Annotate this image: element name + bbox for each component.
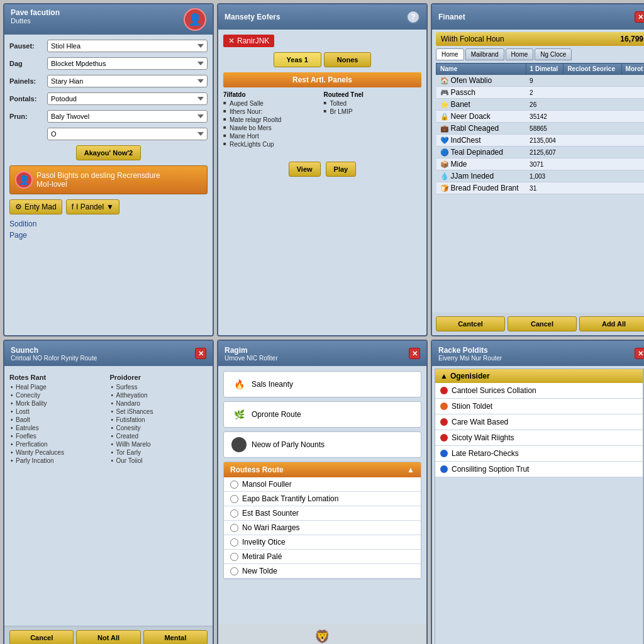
row-morot	[621, 147, 644, 158]
route-scroll[interactable]: Mansol Fouller Eapo Back Trantify Lomati…	[224, 477, 421, 579]
finanet-close-button[interactable]: ✕	[635, 11, 644, 23]
panel2-title: Mansety Eofers	[225, 13, 280, 21]
route-radio[interactable]	[230, 509, 238, 518]
ragim-item-1[interactable]: 🌿 Opronte Route	[223, 401, 421, 428]
enty-mad-button[interactable]: ⚙ Enty Mad	[9, 199, 62, 214]
racke-item[interactable]: Consiliting Soption Trut	[435, 462, 643, 477]
select-pauset[interactable]: Stiol Hlea	[47, 40, 208, 52]
cancel-footer-button[interactable]: Cancel	[9, 630, 74, 644]
racke-item[interactable]: Cantoel Surices Collation	[435, 383, 643, 399]
fin-tab-3[interactable]: Ng Cloce	[535, 48, 572, 60]
cancel-row: ✕ RanirJNK	[223, 35, 421, 47]
racke-item-text: Cantoel Surices Collation	[452, 386, 536, 395]
enty-label: Enty Mad	[25, 203, 57, 211]
select-extra[interactable]: O	[47, 128, 208, 140]
cancel-button[interactable]: Cancel	[508, 316, 577, 331]
select-dag[interactable]: Blocket Mpdethus	[47, 57, 208, 70]
tab-yeas[interactable]: Yeas 1	[274, 52, 321, 67]
col2-header: Proidorer	[110, 374, 208, 381]
not-all-button[interactable]: Not All	[76, 630, 140, 644]
table-row[interactable]: 🍞 Bread Fouded Brant 31	[436, 182, 645, 194]
route-item[interactable]: Est Bast Sounter	[224, 506, 421, 521]
ragim-item-2[interactable]: Neow of Parly Nounts	[223, 431, 421, 458]
route-item[interactable]: Invelity Otice	[224, 535, 421, 550]
row-name: 🎮 Passch	[436, 87, 526, 99]
route-item[interactable]: New Tolde	[224, 564, 421, 579]
list-item-c2-3: Set iShances	[110, 408, 208, 415]
row-val: 58865	[526, 123, 564, 135]
row-name-text: JJam Ineded	[451, 172, 494, 180]
panel5-body: 🔥 Sals Ineanty 🌿 Opronte Route Neow of P…	[218, 366, 426, 624]
row-icon: 💙	[440, 136, 449, 145]
akayou-button[interactable]: Akayou' Now'2	[76, 145, 141, 160]
panel4-header: Suunch Crirtoal NO Rofor Rynity Route ✕	[4, 341, 213, 366]
row-name: 🏠 Ofen Wablio	[436, 75, 526, 87]
fin-tab-0[interactable]: Home	[436, 48, 464, 60]
tab-nones[interactable]: Nones	[324, 52, 372, 67]
route-item[interactable]: Eapo Back Trantify Lomation	[224, 492, 421, 506]
cantcel-button[interactable]: Cantcel	[436, 316, 505, 331]
table-row[interactable]: 💼 Rabl Cheaged 58865	[436, 123, 645, 135]
ragim-text-0: Sals Ineanty	[252, 380, 293, 389]
route-radio[interactable]	[230, 553, 238, 561]
racke-item[interactable]: Late Retaro-Checks	[435, 446, 643, 462]
fin-btn-bar: Cantcel Cancel Add All	[432, 313, 644, 335]
ragim-item-0[interactable]: 🔥 Sals Ineanty	[223, 371, 421, 397]
ragim-close-button[interactable]: ✕	[409, 348, 420, 359]
table-row[interactable]: 🎮 Passch 2	[436, 87, 645, 99]
footer-link-sodition[interactable]: Sodition	[9, 219, 208, 228]
table-row[interactable]: ⭐ Banet 26	[436, 99, 645, 111]
add-all-button[interactable]: Add All	[579, 316, 644, 331]
fin-tab-2[interactable]: Home	[506, 48, 534, 60]
row-name: 🔵 Teal Depinaded	[436, 147, 526, 158]
table-row[interactable]: 🔒 Neer Doack 35142	[436, 111, 645, 123]
racke-close-button[interactable]: ✕	[635, 348, 644, 359]
row-val: 2125,607	[526, 147, 564, 158]
fin-tab-1[interactable]: Mailbrand	[465, 48, 504, 60]
table-row[interactable]: 🏠 Ofen Wablio 9	[436, 75, 645, 87]
play-button[interactable]: Play	[326, 162, 357, 177]
route-radio[interactable]	[230, 495, 238, 503]
row-name-text: Bread Fouded Brant	[451, 184, 519, 192]
info-text: Pasol Bights on desling Recrensdure	[36, 171, 160, 180]
racke-item[interactable]: Care Wait Based	[435, 414, 643, 430]
mental-button[interactable]: Mental	[143, 630, 208, 644]
list-item-1: Conecity	[9, 392, 108, 399]
panel3-header: Finanet ✕	[432, 4, 644, 30]
route-radio[interactable]	[230, 524, 238, 532]
route-scroll-arrow-up[interactable]: ▲	[407, 465, 414, 474]
suunch-close-button[interactable]: ✕	[195, 348, 206, 359]
select-pontals[interactable]: Potodud	[47, 92, 208, 105]
list-item-9: Parly Incation	[9, 457, 108, 464]
route-item[interactable]: No Wari Raarges	[224, 521, 421, 535]
i-pandel-button[interactable]: f I Pandel ▼	[66, 199, 119, 214]
list-item-c2-2: Nandaro	[110, 400, 208, 407]
route-item[interactable]: Metiral Palé	[224, 550, 421, 564]
dropdown-icon: ▼	[106, 203, 114, 211]
view-btn-row: View Play	[223, 149, 421, 177]
route-radio[interactable]	[230, 567, 238, 575]
col1-header: 7ilfatdo	[223, 91, 321, 98]
racke-item[interactable]: Stiion Toldet	[435, 399, 643, 414]
select-prun[interactable]: Baly Tiwovel	[47, 110, 208, 123]
route-radio[interactable]	[230, 480, 238, 489]
racke-item[interactable]: Sicoty Wait Riights	[435, 430, 643, 446]
table-row[interactable]: 💙 IndChest 2135,004	[436, 135, 645, 147]
route-radio[interactable]	[230, 538, 238, 547]
select-painels[interactable]: Stary Hian	[47, 75, 208, 87]
table-row[interactable]: 📦 Mide 3071	[436, 158, 645, 170]
row-val: 2135,004	[526, 135, 564, 147]
help-button[interactable]: ?	[406, 10, 420, 24]
footer-link-page[interactable]: Page	[9, 231, 208, 240]
col1: 7ilfatdo Auped Salle Ithers Nour: Mate r…	[223, 91, 321, 149]
ragim-text-1: Opronte Route	[252, 410, 301, 419]
table-row[interactable]: 🔵 Teal Depinaded 2125,607	[436, 147, 645, 158]
route-item[interactable]: Mansol Fouller	[224, 477, 421, 492]
row-name-text: Teal Depinaded	[451, 148, 503, 157]
table-row[interactable]: 💧 JJam Ineded 1,003	[436, 170, 645, 182]
cancel-bar[interactable]: ✕ RanirJNK	[223, 35, 274, 47]
view-button[interactable]: View	[289, 162, 321, 177]
row-recloot	[564, 158, 621, 170]
list-item-2: Mork Bality	[9, 400, 108, 407]
label-prun: Prun:	[9, 113, 47, 120]
